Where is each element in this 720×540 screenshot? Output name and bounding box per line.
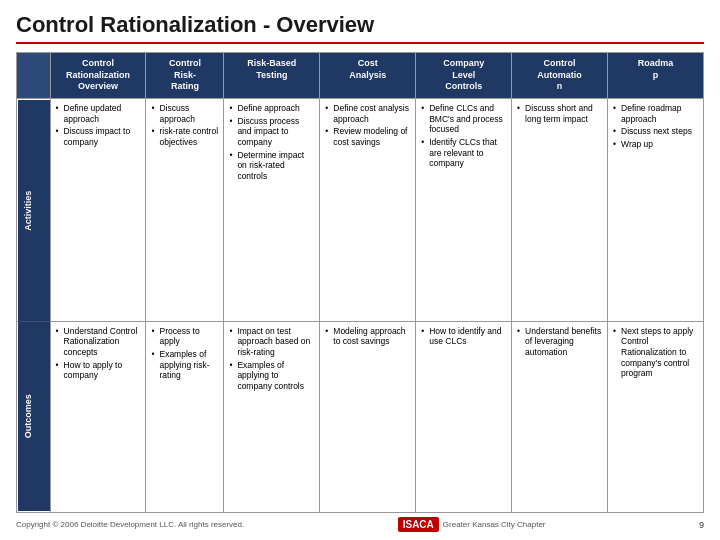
copyright-text: Copyright © 2006 Deloitte Development LL… [16,520,244,529]
list-item: Define roadmap approach [613,103,698,124]
list-item: Wrap up [613,139,698,150]
act-ca: Define cost analysis approach Review mod… [320,99,416,322]
main-table: ControlRationalizationOverview ControlRi… [16,52,704,513]
col-header-rbt: Risk-BasedTesting [224,53,320,99]
list-item: Define CLCs and BMC's and process focuse… [421,103,506,135]
list-item: Process to apply [151,326,218,347]
out-clc: How to identify and use CLCs [416,321,512,512]
list-item: Identify CLCs that are relevant to compa… [421,137,506,169]
col-header-can: ControlAutomation [512,53,608,99]
row-label-header [17,53,51,99]
list-item: Understand benefits of leveraging automa… [517,326,602,358]
list-item: Discuss impact to company [56,126,141,147]
list-item: Define cost analysis approach [325,103,410,124]
list-item: Define updated approach [56,103,141,124]
isaca-logo-text: ISACA [403,519,434,530]
page-number: 9 [699,520,704,530]
out-ca: Modeling approach to cost savings [320,321,416,512]
list-item: Examples of applying risk-rating [151,349,218,381]
footer: Copyright © 2006 Deloitte Development LL… [16,517,704,532]
outcomes-row: Outcomes Understand Control Rationalizat… [17,321,704,512]
page: Control Rationalization - Overview Contr… [0,0,720,540]
act-can: Discuss short and long term impact [512,99,608,322]
list-item: Define approach [229,103,314,114]
col-header-rdm: Roadmap [608,53,704,99]
out-rbt: Impact on test approach based on risk-ra… [224,321,320,512]
list-item: How to apply to company [56,360,141,381]
out-rdm: Next steps to apply Control Rationalizat… [608,321,704,512]
list-item: Discuss process and impact to company [229,116,314,148]
list-item: Discuss next steps [613,126,698,137]
page-title: Control Rationalization - Overview [16,12,704,44]
isaca-logo-box: ISACA [398,517,439,532]
act-crr: Discuss approach risk-rate control objec… [146,99,224,322]
col-header-crr: ControlRisk-Rating [146,53,224,99]
act-rbt: Define approach Discuss process and impa… [224,99,320,322]
list-item: risk-rate control objectives [151,126,218,147]
list-item: Next steps to apply Control Rationalizat… [613,326,698,379]
list-item: Determine impact on risk-rated controls [229,150,314,182]
col-header-ca: CostAnalysis [320,53,416,99]
isaca-chapter: Greater Kansas City Chapter [443,520,546,529]
activities-label: Activities [17,99,51,322]
list-item: Examples of applying to company controls [229,360,314,392]
activities-row: Activities Define updated approach Discu… [17,99,704,322]
out-crr: Process to apply Examples of applying ri… [146,321,224,512]
col-header-crn: ControlRationalizationOverview [50,53,146,99]
act-clc: Define CLCs and BMC's and process focuse… [416,99,512,322]
list-item: Discuss short and long term impact [517,103,602,124]
list-item: Impact on test approach based on risk-ra… [229,326,314,358]
list-item: How to identify and use CLCs [421,326,506,347]
out-can: Understand benefits of leveraging automa… [512,321,608,512]
list-item: Understand Control Rationalization conce… [56,326,141,358]
outcomes-label: Outcomes [17,321,51,512]
list-item: Review modeling of cost savings [325,126,410,147]
list-item: Modeling approach to cost savings [325,326,410,347]
act-crn: Define updated approach Discuss impact t… [50,99,146,322]
out-crn: Understand Control Rationalization conce… [50,321,146,512]
isaca-logo: ISACA Greater Kansas City Chapter [398,517,546,532]
header-row: ControlRationalizationOverview ControlRi… [17,53,704,99]
list-item: Discuss approach [151,103,218,124]
col-header-clc: CompanyLevelControls [416,53,512,99]
act-rdm: Define roadmap approach Discuss next ste… [608,99,704,322]
